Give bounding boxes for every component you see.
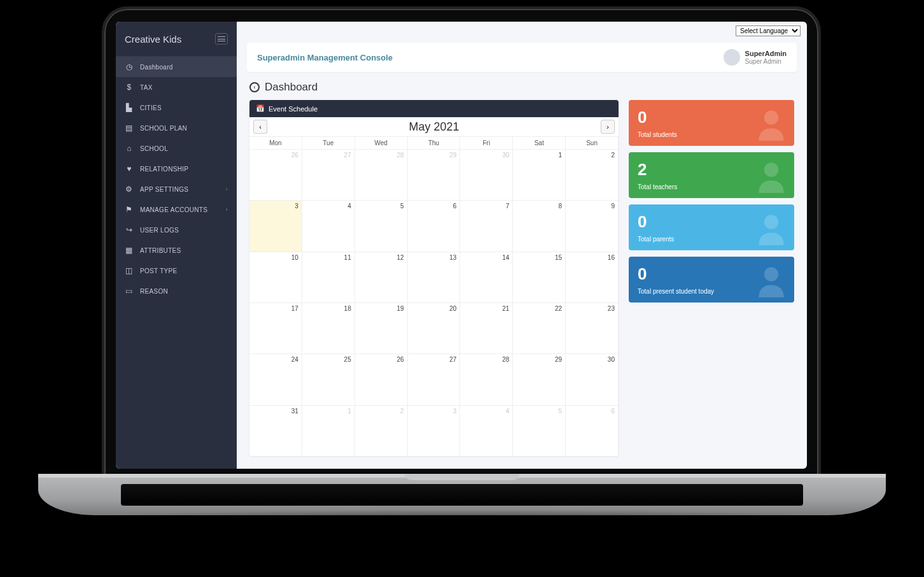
calendar-day[interactable]: 2 bbox=[566, 150, 619, 200]
sidebar-item-tax[interactable]: $TAX bbox=[116, 77, 237, 97]
sidebar-item-label: TAX bbox=[140, 84, 153, 91]
calendar-day[interactable]: 6 bbox=[408, 201, 461, 251]
page-header: ‹ Dashboard bbox=[249, 81, 794, 94]
chevron-right-icon: › bbox=[226, 186, 228, 192]
calendar-day[interactable]: 29 bbox=[513, 354, 566, 404]
sidebar-item-school[interactable]: ⌂SCHOOL bbox=[116, 138, 237, 159]
calendar-day[interactable]: 22 bbox=[513, 303, 566, 353]
calendar-day[interactable]: 13 bbox=[408, 252, 461, 303]
sidebar-item-label: APP SETTINGS bbox=[140, 186, 188, 193]
calendar-day[interactable]: 28 bbox=[355, 150, 408, 200]
sidebar-item-label: CITIES bbox=[140, 104, 162, 111]
calendar-day[interactable]: 1 bbox=[302, 406, 355, 456]
sidebar-item-reason[interactable]: ▭REASON bbox=[116, 281, 237, 301]
stat-card[interactable]: 0Total parents bbox=[629, 204, 794, 250]
calendar-day[interactable]: 5 bbox=[355, 201, 408, 251]
calendar-day[interactable]: 20 bbox=[408, 303, 461, 353]
calendar-day[interactable]: 19 bbox=[355, 303, 408, 353]
calendar-day[interactable]: 12 bbox=[355, 252, 408, 303]
calendar-day[interactable]: 4 bbox=[302, 201, 355, 251]
sidebar-item-label: RELATIONSHIP bbox=[140, 166, 188, 173]
user-name: SuperAdmin bbox=[745, 50, 787, 57]
calendar-day[interactable]: 11 bbox=[302, 252, 355, 303]
sidebar-item-relationship[interactable]: ♥RELATIONSHIP bbox=[116, 159, 237, 179]
calendar-panel: 📅 Event Schedule ‹ May 2021 › MonTueWedT… bbox=[249, 100, 619, 456]
calendar-day[interactable]: 26 bbox=[355, 354, 408, 404]
calendar-day[interactable]: 30 bbox=[460, 150, 513, 200]
calendar-day[interactable]: 26 bbox=[249, 150, 302, 200]
stat-card[interactable]: 0Total present student today bbox=[629, 257, 794, 303]
sidebar-item-dashboard[interactable]: ◷Dashboard bbox=[116, 57, 237, 77]
calendar-day[interactable]: 27 bbox=[408, 354, 461, 404]
stat-silhouette-icon bbox=[753, 157, 789, 193]
svg-point-2 bbox=[764, 215, 778, 229]
brand-title: Creative Kids bbox=[125, 34, 181, 45]
calendar-day[interactable]: 14 bbox=[460, 252, 513, 303]
sidebar: Creative Kids ◷Dashboard$TAX▙CITIES▤SCHO… bbox=[116, 22, 237, 469]
sidebar-item-cities[interactable]: ▙CITIES bbox=[116, 97, 237, 118]
calendar-day[interactable]: 8 bbox=[513, 201, 566, 251]
sidebar-icon: ↪ bbox=[125, 225, 134, 234]
language-select[interactable]: Select Language bbox=[736, 25, 801, 36]
sidebar-item-label: Dashboard bbox=[140, 64, 173, 71]
calendar-dow: Tue bbox=[302, 137, 355, 149]
sidebar-item-manage-accounts[interactable]: ⚑MANAGE ACCOUNTS› bbox=[116, 199, 237, 220]
sidebar-item-school-plan[interactable]: ▤SCHOOL PLAN bbox=[116, 118, 237, 138]
sidebar-item-label: ATTRIBUTES bbox=[140, 247, 181, 254]
calendar-day[interactable]: 9 bbox=[566, 201, 619, 251]
sidebar-item-label: SCHOOL bbox=[140, 145, 168, 152]
sidebar-item-label: SCHOOL PLAN bbox=[140, 125, 187, 132]
sidebar-item-label: MANAGE ACCOUNTS bbox=[140, 206, 207, 213]
sidebar-item-post-type[interactable]: ◫POST TYPE bbox=[116, 260, 237, 281]
sidebar-item-app-settings[interactable]: ⚙APP SETTINGS› bbox=[116, 179, 237, 199]
calendar-day[interactable]: 6 bbox=[566, 406, 619, 456]
back-icon[interactable]: ‹ bbox=[249, 82, 260, 92]
calendar-day[interactable]: 23 bbox=[566, 303, 619, 353]
content: 📅 Event Schedule ‹ May 2021 › MonTueWedT… bbox=[237, 100, 807, 469]
calendar-day[interactable]: 31 bbox=[249, 406, 302, 456]
calendar-day[interactable]: 21 bbox=[460, 303, 513, 353]
calendar-day[interactable]: 7 bbox=[460, 201, 513, 251]
avatar bbox=[724, 49, 740, 66]
calendar-day[interactable]: 16 bbox=[566, 252, 619, 303]
user-block[interactable]: SuperAdmin Super Admin bbox=[724, 49, 787, 66]
stat-card[interactable]: 0Total students bbox=[629, 100, 794, 146]
calendar-dow: Thu bbox=[408, 137, 461, 149]
calendar-day[interactable]: 18 bbox=[302, 303, 355, 353]
calendar-day[interactable]: 5 bbox=[513, 406, 566, 456]
calendar-day[interactable]: 4 bbox=[460, 406, 513, 456]
calendar-day[interactable]: 15 bbox=[513, 252, 566, 303]
sidebar-item-user-logs[interactable]: ↪USER LOGS bbox=[116, 220, 237, 240]
stats-column: 0Total students2Total teachers0Total par… bbox=[629, 100, 794, 456]
calendar-dow: Wed bbox=[355, 137, 408, 149]
calendar-day[interactable]: 10 bbox=[249, 252, 302, 303]
sidebar-icon: ▤ bbox=[125, 124, 134, 132]
calendar-title: Event Schedule bbox=[269, 105, 318, 113]
calendar-day[interactable]: 29 bbox=[408, 150, 461, 200]
calendar-next-button[interactable]: › bbox=[601, 120, 615, 134]
sidebar-item-attributes[interactable]: ▦ATTRIBUTES bbox=[116, 240, 237, 260]
sidebar-icon: ⌂ bbox=[125, 144, 134, 153]
sidebar-icon: ▭ bbox=[125, 287, 134, 296]
calendar-nav: ‹ May 2021 › bbox=[249, 117, 619, 136]
calendar-day[interactable]: 27 bbox=[302, 150, 355, 200]
calendar-day[interactable]: 1 bbox=[513, 150, 566, 200]
calendar-day[interactable]: 17 bbox=[249, 303, 302, 353]
calendar-prev-button[interactable]: ‹ bbox=[253, 120, 267, 134]
sidebar-icon: ⚑ bbox=[125, 205, 134, 214]
user-role: Super Admin bbox=[745, 58, 787, 65]
sidebar-icon: $ bbox=[125, 83, 134, 92]
calendar-day[interactable]: 28 bbox=[460, 354, 513, 404]
sidebar-nav: ◷Dashboard$TAX▙CITIES▤SCHOOL PLAN⌂SCHOOL… bbox=[116, 57, 237, 469]
svg-point-1 bbox=[764, 162, 778, 176]
calendar-day[interactable]: 24 bbox=[249, 354, 302, 404]
main-area: Select Language Superadmin Management Co… bbox=[237, 22, 807, 469]
calendar-header: 📅 Event Schedule bbox=[249, 100, 619, 117]
calendar-day[interactable]: 2 bbox=[355, 406, 408, 456]
calendar-day[interactable]: 3 bbox=[408, 406, 461, 456]
calendar-day[interactable]: 3 bbox=[249, 201, 302, 251]
calendar-day[interactable]: 25 bbox=[302, 354, 355, 404]
calendar-day[interactable]: 30 bbox=[566, 354, 619, 404]
stat-card[interactable]: 2Total teachers bbox=[629, 152, 794, 198]
sidebar-toggle-button[interactable] bbox=[215, 33, 228, 45]
